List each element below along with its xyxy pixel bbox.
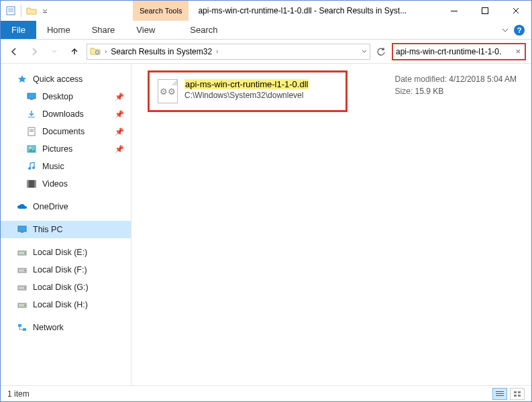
sidebar-network[interactable]: Network [1,319,131,336]
svg-rect-33 [496,393,504,394]
window-title: api-ms-win-crt-runtime-l1-1-0.dll - Sear… [189,1,439,21]
search-folder-icon [90,46,101,57]
pictures-icon [26,144,37,154]
file-menu[interactable]: File [1,21,36,39]
onedrive-icon [17,201,28,212]
path-segment[interactable]: Search Results in System32 [111,47,212,56]
refresh-button[interactable] [374,45,388,58]
result-metadata: Date modified: 4/12/2018 5:04 AM Size: 1… [395,73,517,97]
details-view-button[interactable] [492,388,507,400]
sidebar-onedrive[interactable]: OneDrive [1,198,131,215]
qat-dropdown-icon[interactable] [40,3,50,18]
content-area: ⚙⚙ api-ms-win-crt-runtime-l1-1-0.dll C:\… [131,64,531,385]
tab-home[interactable]: Home [36,21,81,39]
search-result-item[interactable]: ⚙⚙ api-ms-win-crt-runtime-l1-1-0.dll C:\… [148,70,348,112]
svg-rect-9 [28,117,35,117]
drive-icon [17,282,28,293]
svg-rect-34 [496,395,504,396]
svg-rect-5 [482,8,488,14]
svg-rect-35 [514,391,517,393]
sidebar-this-pc[interactable]: This PC [1,221,131,238]
status-item-count: 1 item [7,389,30,399]
svg-rect-19 [34,181,36,187]
sidebar-item-label: Videos [42,179,68,189]
svg-rect-8 [30,99,33,100]
svg-rect-2 [8,11,13,11]
sidebar-item-label: Local Disk (G:) [33,283,89,292]
this-pc-icon [17,224,28,235]
music-icon [26,161,37,172]
clear-search-icon[interactable]: × [514,46,522,56]
svg-rect-12 [30,131,34,132]
sidebar-item-label: Downloads [42,109,84,119]
search-box[interactable]: × [392,43,526,60]
pin-icon: 📌 [115,93,124,101]
navigation-pane: Quick access Desktop 📌 Downloads 📌 Docum… [1,64,131,385]
svg-rect-29 [24,305,25,306]
size-value: 15.9 KB [415,87,444,96]
svg-rect-20 [18,226,26,232]
result-filename: api-ms-win-crt-runtime-l1-1-0.dll [184,79,309,89]
drive-icon [17,247,28,258]
back-button[interactable] [6,44,22,60]
sidebar-quick-access[interactable]: Quick access [1,70,131,88]
sidebar-item-desktop[interactable]: Desktop 📌 [1,88,131,105]
svg-rect-21 [21,232,23,233]
date-modified-label: Date modified: [395,74,447,84]
recent-dropdown-icon[interactable] [46,44,62,60]
svg-point-15 [28,167,31,170]
sidebar-drive-g[interactable]: Local Disk (G:) [1,279,131,296]
sidebar-item-documents[interactable]: Documents 📌 [1,123,131,140]
svg-rect-7 [28,93,36,99]
drive-icon [17,264,28,275]
sidebar-item-label: Desktop [42,92,73,101]
documents-icon [26,126,37,137]
downloads-icon [26,109,37,119]
desktop-icon [26,91,37,102]
svg-rect-18 [28,181,29,187]
network-icon [17,322,28,333]
drive-icon [17,299,28,310]
search-input[interactable] [396,47,514,56]
sidebar-item-label: Local Disk (F:) [33,265,87,274]
pin-icon: 📌 [115,110,124,119]
chevron-right-icon[interactable]: › [215,48,219,55]
maximize-button[interactable] [470,1,500,21]
tab-search[interactable]: Search [179,21,228,39]
svg-rect-1 [8,9,13,9]
sidebar-drive-e[interactable]: Local Disk (E:) [1,244,131,261]
sidebar-item-label: Network [33,323,64,332]
sidebar-item-downloads[interactable]: Downloads 📌 [1,105,131,123]
tab-view[interactable]: View [125,21,166,39]
sidebar-item-label: Local Disk (E:) [33,248,87,257]
sidebar-drive-h[interactable]: Local Disk (H:) [1,296,131,313]
tab-share[interactable]: Share [81,21,126,39]
new-folder-icon[interactable] [24,3,39,18]
minimize-button[interactable] [439,1,470,21]
forward-button[interactable] [26,44,42,60]
svg-rect-27 [24,287,25,289]
sidebar-item-label: Pictures [42,144,72,154]
address-bar[interactable]: › Search Results in System32 › [87,44,370,60]
properties-icon[interactable] [3,3,18,18]
icons-view-button[interactable] [510,388,525,400]
videos-icon [26,179,37,189]
sidebar-item-label: This PC [33,225,62,234]
up-button[interactable] [66,44,83,60]
ribbon-expand-icon[interactable] [502,27,509,34]
sidebar-item-videos[interactable]: Videos [1,175,131,193]
search-tools-tab[interactable]: Search Tools [133,1,189,21]
help-icon[interactable]: ? [514,25,525,36]
sidebar-item-music[interactable]: Music [1,158,131,175]
sidebar-item-pictures[interactable]: Pictures 📌 [1,140,131,158]
sidebar-drive-f[interactable]: Local Disk (F:) [1,261,131,279]
svg-rect-31 [23,328,26,331]
svg-rect-30 [18,324,21,327]
sidebar-item-label: Documents [42,127,85,136]
svg-rect-36 [518,391,521,393]
quick-access-icon [17,74,28,85]
close-button[interactable] [500,1,531,21]
chevron-right-icon[interactable]: › [103,48,108,55]
address-dropdown-icon[interactable] [362,49,367,54]
sidebar-item-label: Music [42,162,64,171]
